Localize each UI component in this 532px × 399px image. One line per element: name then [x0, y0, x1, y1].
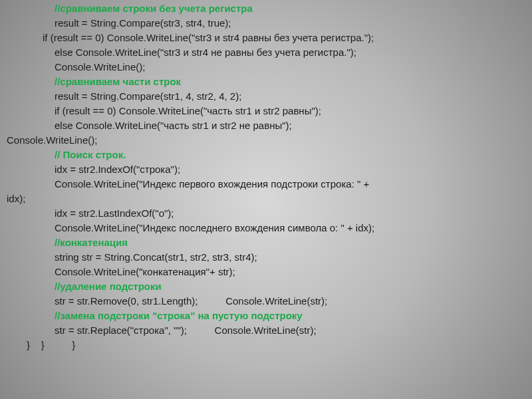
code-slide: //сравниваем строки без учета регистраre… — [0, 0, 532, 352]
code-line: Console.WriteLine("Индекс первого вхожде… — [7, 177, 525, 192]
code-line: Console.WriteLine(); — [7, 133, 525, 148]
code-line: idx); — [7, 192, 525, 206]
code-comment-line: //удаление подстроки — [7, 279, 525, 294]
code-block: //сравниваем строки без учета регистраre… — [7, 1, 525, 352]
code-line: str = str.Remove(0, str1.Length); Consol… — [7, 294, 525, 309]
code-comment-line: //сравниваем строки без учета регистра — [7, 1, 525, 16]
code-line: idx = str2.LastIndexOf("o"); — [7, 206, 525, 221]
code-line: Console.WriteLine(); — [7, 60, 525, 74]
code-comment-line: //замена подстроки "строка" на пустую по… — [7, 309, 525, 323]
code-comment-line: //сравниваем части строк — [7, 74, 525, 89]
code-comment-line: //конкатенация — [7, 235, 525, 250]
code-line: result = String.Compare(str3, str4, true… — [7, 16, 525, 31]
code-line: } } } — [7, 338, 525, 352]
code-comment-line: // Поиск строк. — [7, 148, 525, 162]
code-line: if (result == 0) Console.WriteLine("str3… — [7, 31, 525, 45]
code-line: string str = String.Concat(str1, str2, s… — [7, 250, 525, 265]
code-line: else Console.WriteLine("часть str1 и str… — [7, 118, 525, 133]
code-line: str = str.Replace("строка", ""); Console… — [7, 323, 525, 338]
code-line: if (result == 0) Console.WriteLine("част… — [7, 104, 525, 118]
code-line: Console.WriteLine("конкатенация"+ str); — [7, 265, 525, 279]
code-line: idx = str2.IndexOf("строка"); — [7, 162, 525, 177]
code-line: result = String.Compare(str1, 4, str2, 4… — [7, 89, 525, 104]
code-line: else Console.WriteLine("str3 и str4 не р… — [7, 45, 525, 60]
code-line: Console.WriteLine("Индекс последнего вхо… — [7, 221, 525, 235]
